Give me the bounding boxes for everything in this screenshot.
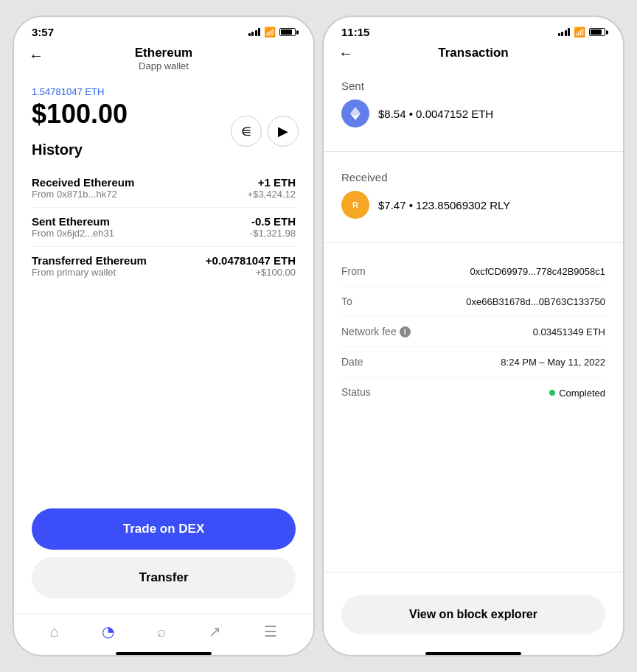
nav-menu[interactable]: ☰ (264, 623, 277, 640)
page-title-1: Ethereum (135, 46, 192, 60)
sent-label: Sent (341, 80, 605, 92)
trending-icon: ↗ (209, 623, 221, 640)
screen1-header: ← Ethereum Dapp wallet (14, 43, 313, 79)
history-section: History Received Ethereum +1 ETH From 0x… (14, 141, 313, 497)
phone-screen-1: 3:57 📶 ← Ethereum Dapp wallet (13, 15, 315, 657)
tx-name-0: Received Ethereum (32, 176, 134, 189)
chart-pie-icon: ◔ (102, 623, 114, 640)
divider-3 (324, 572, 623, 573)
trade-dex-button[interactable]: Trade on DEX (32, 508, 296, 550)
home-indicator-1 (116, 652, 212, 655)
from-value: 0xcfCD69979...778c42B9058c1 (470, 266, 605, 277)
tx-from-0: From 0x871b...hk72 (32, 189, 117, 200)
to-label: To (341, 295, 352, 307)
tx-usd-1: -$1,321.98 (250, 228, 296, 239)
balance-section: 1.54781047 ETH $100.00 ⋹ ▶ (14, 79, 313, 141)
date-value: 8:24 PM – May 11, 2022 (501, 357, 605, 368)
info-icon: i (400, 326, 411, 337)
home-indicator-2 (425, 652, 521, 655)
screen2-header: ← Transaction (324, 43, 623, 68)
status-icons-2: 📶 (558, 27, 606, 38)
transfer-button[interactable]: Transfer (32, 557, 296, 598)
svg-text:R: R (352, 200, 358, 209)
sent-section: Sent $8.54 • 0.0047152 ETH (324, 68, 623, 144)
search-icon: ⌕ (157, 623, 166, 640)
page-title-2: Transaction (438, 46, 508, 60)
tx-usd-0: +$3,424.12 (248, 189, 296, 200)
screen2-bottom: View on block explorer (324, 580, 623, 646)
tx-amount-0: +1 ETH (258, 176, 296, 189)
tx-amount-2: +0.04781047 ETH (206, 254, 296, 267)
battery-icon-2 (589, 28, 605, 36)
tx-usd-2: +$100.00 (255, 267, 296, 278)
signal-icon-1 (248, 28, 261, 36)
detail-date: Date 8:24 PM – May 11, 2022 (341, 347, 605, 377)
signal-icon-2 (558, 28, 571, 36)
time-2: 11:15 (341, 26, 369, 38)
time-1: 3:57 (32, 26, 54, 38)
from-label: From (341, 265, 366, 277)
tx-from-2: From primary wallet (32, 267, 116, 278)
tx-from-1: From 0x6jd2...eh31 (32, 228, 114, 239)
detail-status: Status Completed (341, 377, 605, 407)
sent-token-row: $8.54 • 0.0047152 ETH (341, 99, 605, 127)
menu-icon: ☰ (264, 623, 277, 640)
received-amount: $7.47 • 123.85069302 RLY (378, 199, 510, 211)
tx-amount-1: -0.5 ETH (251, 215, 296, 228)
divider-1 (324, 151, 623, 152)
status-dot (549, 390, 555, 396)
back-button-2[interactable]: ← (338, 45, 353, 62)
date-label: Date (341, 356, 363, 368)
status-bar-1: 3:57 📶 (14, 17, 313, 43)
block-explorer-button[interactable]: View on block explorer (341, 595, 605, 634)
tx-name-1: Sent Ethereum (32, 215, 110, 228)
nav-portfolio[interactable]: ◔ (102, 623, 114, 640)
nav-home[interactable]: ⌂ (50, 623, 59, 640)
action-buttons: ⋹ ▶ (231, 116, 299, 147)
qr-button[interactable]: ⋹ (231, 116, 262, 147)
nav-trending[interactable]: ↗ (209, 623, 221, 640)
send-icon: ▶ (278, 123, 288, 139)
tx-item-2[interactable]: Transferred Ethereum +0.04781047 ETH Fro… (32, 247, 296, 285)
received-token-row: R $7.47 • 123.85069302 RLY (341, 191, 605, 219)
tx-item-1[interactable]: Sent Ethereum -0.5 ETH From 0x6jd2...eh3… (32, 208, 296, 247)
wifi-icon-2: 📶 (574, 27, 585, 38)
tx-item-0[interactable]: Received Ethereum +1 ETH From 0x871b...h… (32, 169, 296, 208)
home-icon: ⌂ (50, 623, 59, 640)
send-button[interactable]: ▶ (268, 116, 299, 147)
qr-icon: ⋹ (241, 125, 251, 139)
bottom-buttons: Trade on DEX Transfer (14, 497, 313, 613)
sent-amount: $8.54 • 0.0047152 ETH (378, 108, 493, 120)
received-label: Received (341, 171, 605, 183)
fee-label: Network fee i (341, 326, 411, 337)
battery-icon-1 (279, 28, 296, 36)
detail-rows: From 0xcfCD69979...778c42B9058c1 To 0xe6… (324, 251, 623, 413)
nav-search[interactable]: ⌕ (157, 623, 166, 640)
phone-screen-2: 11:15 📶 ← Transaction Sent (322, 15, 624, 657)
eth-amount: 1.54781047 ETH (32, 86, 296, 97)
status-bar-2: 11:15 📶 (324, 17, 623, 43)
detail-to: To 0xe66B31678d...0B763C133750 (341, 287, 605, 317)
to-value: 0xe66B31678d...0B763C133750 (466, 296, 605, 307)
rly-token-icon: R (341, 191, 369, 219)
divider-2 (324, 242, 623, 243)
status-value: Completed (549, 388, 605, 399)
detail-fee: Network fee i 0.03451349 ETH (341, 317, 605, 347)
wallet-subtitle: Dapp wallet (139, 60, 189, 71)
wifi-icon-1: 📶 (264, 27, 276, 38)
status-label: Status (341, 386, 371, 398)
back-button-1[interactable]: ← (29, 47, 43, 64)
bottom-nav: ⌂ ◔ ⌕ ↗ ☰ (14, 613, 313, 646)
fee-value: 0.03451349 ETH (533, 326, 605, 337)
tx-name-2: Transferred Ethereum (32, 254, 147, 267)
status-icons-1: 📶 (248, 27, 296, 38)
received-section: Received R $7.47 • 123.85069302 RLY (324, 159, 623, 235)
detail-from: From 0xcfCD69979...778c42B9058c1 (341, 256, 605, 287)
eth-token-icon (341, 99, 369, 127)
